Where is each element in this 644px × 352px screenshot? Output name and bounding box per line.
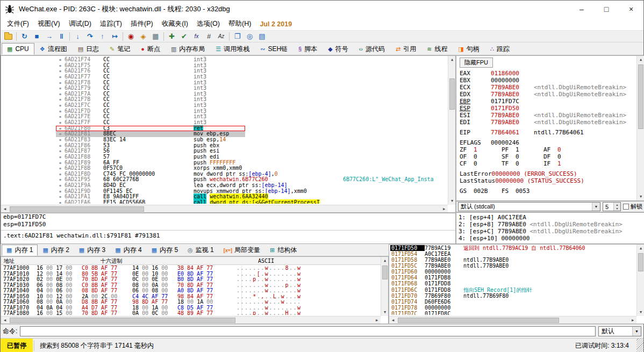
flag-sf[interactable]: SF0 bbox=[502, 153, 543, 160]
pause-button[interactable]: ‖ bbox=[55, 31, 68, 42]
stack-row[interactable]: 0171FD7C0171FD8C bbox=[390, 311, 635, 315]
breakpoint-dot[interactable]: ● bbox=[56, 194, 65, 200]
stop-button[interactable]: ■ bbox=[31, 31, 43, 42]
tab-dump-2[interactable]: ▦内存 2 bbox=[38, 245, 74, 256]
tab-graph[interactable]: ❖流程图 bbox=[34, 43, 73, 55]
register-ebp[interactable]: EBP0171FD7C bbox=[460, 98, 644, 105]
unlock-checkbox[interactable]: 解锁 bbox=[623, 203, 642, 211]
memory-map-button[interactable]: ▦ bbox=[149, 31, 162, 42]
register-laststatus[interactable]: LastStatus00000000 (STATUS_SUCCESS) bbox=[460, 177, 644, 184]
breakpoint-dot[interactable]: ● bbox=[56, 114, 65, 120]
argument-row[interactable]: 1: [esp+4] A0C17EEA bbox=[459, 214, 642, 221]
tab-handles[interactable]: ◨句柄 bbox=[453, 43, 484, 55]
breakpoint-dot[interactable]: ● bbox=[56, 171, 65, 177]
arg-count-spinner[interactable]: 5 ▲▼ bbox=[603, 202, 621, 211]
stack-row[interactable]: 0171FD5077B9AC19返回到 ntdll.77B9AC19 自 ntd… bbox=[390, 245, 635, 251]
flag-zf[interactable]: ZF1 bbox=[460, 146, 502, 153]
close-button[interactable]: × bbox=[619, 1, 643, 18]
tab-seh[interactable]: ∾SEH链 bbox=[255, 43, 293, 55]
functions-button[interactable]: fx bbox=[190, 31, 203, 42]
patches-button[interactable]: ✚ bbox=[166, 31, 178, 42]
registers-vscrollbar[interactable]: ▲ ▼ bbox=[636, 56, 644, 200]
scroll-right-icon[interactable]: ▶ bbox=[373, 317, 381, 324]
disasm-hscrollbar[interactable]: ◀ ▶ bbox=[1, 205, 448, 212]
register-ebx[interactable]: EBX00000000 bbox=[460, 77, 644, 84]
breakpoint-dot[interactable]: ● bbox=[56, 148, 65, 154]
hide-fpu-button[interactable]: 隐藏FPU bbox=[460, 58, 493, 68]
breakpoint-dot[interactable]: ● bbox=[56, 200, 65, 204]
stack-row[interactable]: 0171FD5877B9ABE0ntdll.77B9ABE0 bbox=[390, 257, 635, 263]
stack-hscrollbar[interactable]: ◀ ▶ bbox=[389, 316, 636, 324]
menu-item-6[interactable]: 选项(O) bbox=[192, 18, 224, 30]
scroll-right-icon[interactable]: ▶ bbox=[629, 317, 636, 324]
register-edx[interactable]: EDX77B9ABE0<ntdll.DbgUiRemoteBreakin> bbox=[460, 91, 644, 98]
trace-into-button[interactable]: ◈ bbox=[137, 31, 149, 42]
tab-threads[interactable]: ≋线程 bbox=[421, 43, 453, 55]
windows-button[interactable]: ❐ bbox=[231, 31, 244, 42]
chevron-down-icon[interactable]: ▼ bbox=[632, 327, 641, 336]
register-esp[interactable]: ESP0171FD50 bbox=[460, 105, 644, 112]
flag-fs[interactable]: FS0053 bbox=[502, 188, 543, 195]
breakpoint-dot[interactable]: ● bbox=[56, 85, 65, 91]
scroll-up-icon[interactable]: ▲ bbox=[381, 257, 389, 264]
breakpoint-dot[interactable]: ● bbox=[56, 183, 65, 189]
tab-notes[interactable]: ✎笔记 bbox=[104, 43, 135, 55]
flag-tf[interactable]: TF0 bbox=[502, 160, 543, 167]
chevron-down-icon[interactable]: ▼ bbox=[592, 203, 600, 211]
tab-struct[interactable]: ⊞结构体 bbox=[265, 245, 302, 256]
scroll-up-icon[interactable]: ▲ bbox=[448, 56, 456, 63]
run-button[interactable]: → bbox=[43, 31, 55, 42]
stack-vscrollbar[interactable]: ▲ ▼ bbox=[636, 245, 644, 316]
scroll-up-icon[interactable]: ▲ bbox=[637, 245, 644, 252]
resize-grip[interactable] bbox=[636, 339, 643, 352]
breakpoint-dot[interactable]: ● bbox=[56, 154, 65, 160]
disasm-row[interactable]: ●6AD21FA6FF15 ACD5566Bcall dword ptr ds:… bbox=[2, 200, 447, 204]
restart-button[interactable]: ↻ bbox=[18, 31, 31, 42]
menu-item-5[interactable]: 收藏夹(I) bbox=[158, 18, 192, 30]
tab-dump-3[interactable]: ▦内存 3 bbox=[74, 245, 110, 256]
breakpoint-dot[interactable]: ● bbox=[56, 103, 65, 109]
step-into-button[interactable]: ↓ bbox=[71, 31, 84, 42]
tab-call-stack[interactable]: ☰调用堆栈 bbox=[210, 43, 255, 55]
run-to-user-code-button[interactable]: ↦ bbox=[109, 31, 121, 42]
find-button[interactable]: ◎ bbox=[244, 31, 256, 42]
settings-check-button[interactable]: ✔ bbox=[178, 31, 190, 42]
disasm-row[interactable]: ●6AD21F77CCint3 bbox=[2, 74, 447, 80]
menu-item-4[interactable]: 插件(P) bbox=[126, 18, 158, 30]
command-profile-dropdown[interactable]: 默认 ▼ bbox=[598, 326, 641, 336]
calling-convention-dropdown[interactable]: 默认 (stdcall) ▼ bbox=[458, 202, 600, 211]
tab-memory-map[interactable]: ▥内存布局 bbox=[166, 43, 210, 55]
breakpoint-dot[interactable]: ● bbox=[56, 126, 65, 132]
register-eax[interactable]: EAX01186000 bbox=[460, 70, 644, 77]
breakpoint-dot[interactable]: ● bbox=[56, 120, 65, 126]
trace-record-button[interactable]: ◉ bbox=[125, 31, 137, 42]
menu-item-7[interactable]: 帮助(H) bbox=[224, 18, 255, 30]
scroll-down-icon[interactable]: ▼ bbox=[637, 193, 644, 200]
register-eflags[interactable]: EFLAGS00000246 bbox=[460, 139, 644, 146]
open-file-button[interactable] bbox=[2, 31, 15, 42]
flag-cf[interactable]: CF0 bbox=[460, 160, 502, 167]
strings-button[interactable]: Az bbox=[215, 31, 227, 42]
breakpoint-dot[interactable]: ● bbox=[56, 109, 65, 114]
breakpoint-dot[interactable]: ● bbox=[56, 97, 65, 103]
scroll-down-icon[interactable]: ▼ bbox=[381, 308, 389, 316]
spin-down-icon[interactable]: ▼ bbox=[614, 207, 620, 211]
dump-vscrollbar[interactable]: ▲ ▼ bbox=[381, 257, 388, 316]
dump-hscrollbar[interactable]: ◀ ▶ bbox=[1, 316, 381, 324]
tab-log[interactable]: ▤日志 bbox=[73, 43, 104, 55]
breakpoint-dot[interactable]: ● bbox=[56, 68, 65, 74]
breakpoint-dot[interactable]: ● bbox=[56, 166, 65, 171]
maximize-button[interactable]: □ bbox=[594, 1, 619, 18]
menu-item-1[interactable]: 视图(V) bbox=[33, 18, 65, 30]
menu-item-3[interactable]: 追踪(T) bbox=[96, 18, 126, 30]
tab-script[interactable]: §脚本 bbox=[293, 43, 323, 55]
stack-row[interactable]: 0171FD54A0C17EEA bbox=[390, 251, 635, 257]
menu-item-0[interactable]: 文件(F) bbox=[3, 18, 33, 30]
breakpoint-dot[interactable]: ● bbox=[56, 131, 65, 137]
calculator-button[interactable]: ▤ bbox=[256, 31, 268, 42]
tab-cpu[interactable]: ▦CPU bbox=[2, 43, 34, 55]
minimize-button[interactable]: – bbox=[569, 1, 594, 18]
breakpoint-dot[interactable]: ● bbox=[56, 189, 65, 195]
breakpoint-dot[interactable]: ● bbox=[56, 177, 65, 183]
scroll-left-icon[interactable]: ◀ bbox=[1, 205, 9, 213]
